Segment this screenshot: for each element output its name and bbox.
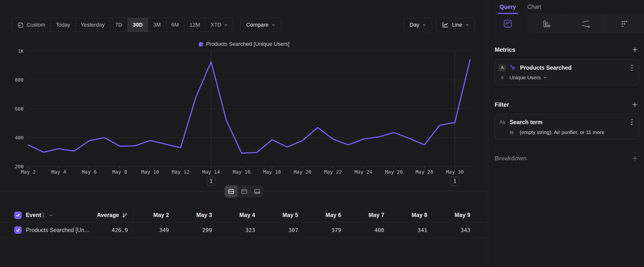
- flows-icon: [581, 19, 590, 29]
- string-property-icon: Aa: [498, 119, 506, 125]
- date-range-7d-button[interactable]: 7D: [110, 18, 128, 32]
- cell-value: 379: [305, 227, 348, 233]
- chart-panel-view-button[interactable]: [238, 185, 250, 197]
- metric-card[interactable]: A Products Searched # Unique Users: [495, 59, 639, 85]
- table-row: Products Searched [Un... 426.9 349299323…: [0, 222, 488, 238]
- x-axis-label: May 26: [385, 169, 403, 175]
- date-range-custom-button[interactable]: Custom: [12, 18, 50, 32]
- report-toolbar: CustomTodayYesterday7D30D3M6M12MXTD Comp…: [12, 18, 475, 32]
- legend-label: Products Searched [Unique Users]: [206, 41, 290, 47]
- date-column-header[interactable]: May 2: [133, 212, 176, 218]
- inactive-tab-group: [527, 14, 644, 33]
- chevron-down-icon: [224, 23, 228, 27]
- date-range-3m-button[interactable]: 3M: [148, 18, 166, 32]
- date-range-yesterday-button[interactable]: Yesterday: [76, 18, 110, 32]
- chart-type-tab-strip: [488, 14, 644, 33]
- calendar-icon: [17, 22, 24, 28]
- filter-menu-button[interactable]: [630, 118, 634, 126]
- compare-button[interactable]: Compare: [240, 18, 281, 32]
- average-column-header[interactable]: Average: [97, 212, 128, 218]
- legend-swatch: [199, 42, 203, 46]
- series-name[interactable]: Products Searched [Un...: [26, 227, 89, 233]
- date-range-6m-button[interactable]: 6M: [166, 18, 184, 32]
- date-range-label: XTD: [210, 22, 222, 28]
- chevron-down-icon: [466, 23, 469, 27]
- y-axis-label: 1K: [18, 48, 24, 54]
- annotation-count: 1: [210, 178, 213, 184]
- x-axis-label: May 6: [82, 169, 97, 175]
- date-range-label: Yesterday: [81, 22, 105, 28]
- event-column-header[interactable]: Event1: [26, 212, 45, 218]
- table-panel-view-button[interactable]: [250, 185, 264, 197]
- filter-operator[interactable]: Is: [510, 129, 514, 135]
- date-column-header[interactable]: May 6: [305, 212, 348, 218]
- add-metric-button[interactable]: [631, 46, 639, 54]
- plus-icon: [632, 102, 638, 108]
- x-axis-label: May 30: [446, 169, 464, 175]
- granularity-button[interactable]: Day: [404, 18, 432, 32]
- y-axis-label: 200: [15, 164, 24, 169]
- row-checkbox[interactable]: [14, 226, 22, 234]
- date-range-label: Today: [56, 22, 70, 28]
- annotation-badge[interactable]: 1: [207, 177, 215, 185]
- chart-type-label: Line: [452, 22, 462, 28]
- x-axis-label: May 20: [294, 169, 312, 175]
- y-axis-label: 600: [15, 106, 24, 112]
- filter-card[interactable]: Aa Search term Is (empty string), Air pu…: [495, 114, 639, 139]
- annotation-badge[interactable]: 1: [451, 177, 459, 185]
- check-icon: [16, 228, 20, 232]
- date-range-today-button[interactable]: Today: [50, 18, 76, 32]
- chevron-down-icon: [543, 76, 547, 80]
- date-column-header[interactable]: May 5: [262, 212, 305, 218]
- add-breakdown-button[interactable]: [631, 154, 639, 163]
- x-axis-label: May 18: [263, 169, 281, 175]
- select-all-checkbox[interactable]: [14, 212, 22, 219]
- date-range-30d-button[interactable]: 30D: [128, 18, 148, 32]
- tab-chart[interactable]: Chart: [527, 4, 541, 14]
- chart-legend[interactable]: Products Searched [Unique Users]: [0, 41, 488, 47]
- series-line[interactable]: [28, 60, 470, 153]
- chart-panel-view-icon: [241, 188, 248, 195]
- tab-insights[interactable]: [488, 14, 527, 33]
- tab-retention[interactable]: [605, 14, 644, 33]
- insights-icon: [503, 19, 512, 28]
- filter-value[interactable]: (empty string), Air purifier, or 11 more: [520, 129, 604, 135]
- cell-value: 341: [391, 227, 434, 233]
- tab-funnels[interactable]: [527, 14, 566, 33]
- event-count: 1: [42, 212, 45, 218]
- cell-value: 299: [176, 227, 219, 233]
- measure-type-icon: #: [498, 75, 506, 80]
- split-view-button[interactable]: [224, 185, 238, 197]
- cell-value: 323: [219, 227, 262, 233]
- date-range-group: CustomTodayYesterday7D30D3M6M12MXTD: [12, 18, 233, 32]
- chevron-down-icon[interactable]: [49, 213, 53, 217]
- table-panel-view-icon: [254, 188, 260, 195]
- tab-query[interactable]: Query: [500, 4, 516, 14]
- date-column-header[interactable]: May 4: [219, 212, 262, 218]
- date-column-header[interactable]: May 3: [176, 212, 219, 218]
- cell-value: 343: [434, 227, 477, 233]
- query-panel: Query Chart Metrics: [488, 0, 644, 267]
- x-axis-label: May 14: [202, 169, 220, 175]
- date-range-12m-button[interactable]: 12M: [184, 18, 205, 32]
- x-axis-label: May 22: [324, 169, 342, 175]
- add-filter-button[interactable]: [631, 101, 639, 109]
- metric-menu-button[interactable]: [630, 64, 634, 72]
- metric-name[interactable]: Products Searched: [520, 65, 572, 71]
- table-column-divider: [133, 208, 133, 238]
- tab-flows[interactable]: [566, 14, 605, 33]
- chart-type-button[interactable]: Line: [436, 18, 475, 32]
- x-axis-label: May 12: [172, 169, 190, 175]
- filter-property-name[interactable]: Search term: [510, 119, 542, 126]
- date-range-label: 7D: [115, 22, 122, 28]
- date-column-header[interactable]: May 9: [434, 212, 477, 218]
- line-chart[interactable]: 1K800600400200May 2May 4May 6May 8May 10…: [0, 48, 488, 186]
- date-range-xtd-button[interactable]: XTD: [205, 18, 233, 32]
- date-column-header[interactable]: May 8: [391, 212, 434, 218]
- chevron-down-icon: [422, 23, 426, 27]
- date-column-header[interactable]: May 7: [348, 212, 391, 218]
- sort-descending-icon: [122, 212, 128, 218]
- plus-icon: [632, 155, 638, 162]
- cell-value: 400: [348, 227, 391, 233]
- measure-dropdown[interactable]: Unique Users: [510, 75, 547, 81]
